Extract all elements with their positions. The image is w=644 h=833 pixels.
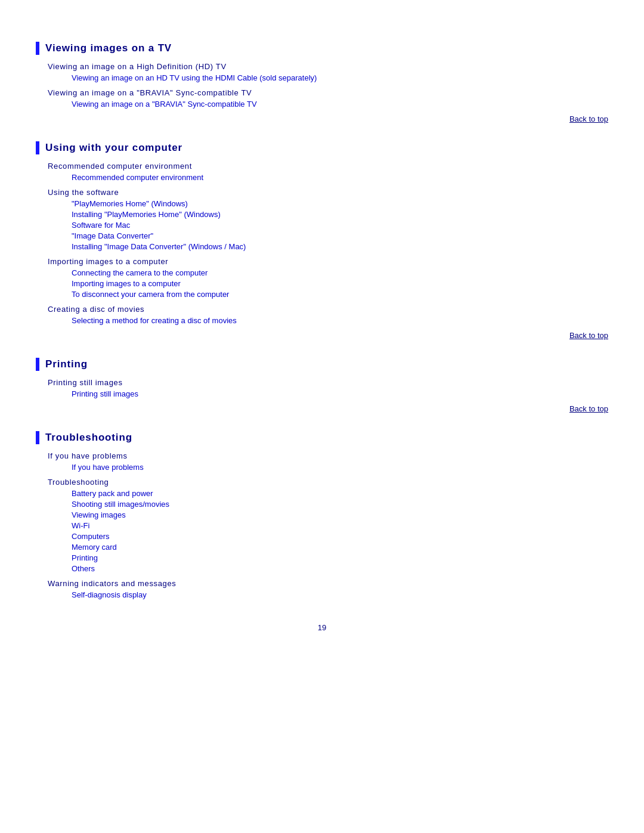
subsection-troubleshooting-2: Warning indicators and messagesSelf-diag… (48, 579, 608, 599)
back-to-top-viewing-tv[interactable]: Back to top (36, 114, 608, 123)
link-printing-0-0[interactable]: Printing still images (72, 389, 608, 398)
section-troubleshooting: TroubleshootingIf you have problemsIf yo… (36, 431, 608, 599)
subsection-using-computer-0: Recommended computer environmentRecommen… (48, 162, 608, 182)
main-content: Viewing images on a TVViewing an image o… (36, 42, 608, 599)
subsection-troubleshooting-0: If you have problemsIf you have problems (48, 451, 608, 472)
subsection-title-using-computer-2: Importing images to a computer (48, 257, 608, 266)
section-printing: PrintingPrinting still imagesPrinting st… (36, 358, 608, 413)
link-using-computer-3-0[interactable]: Selecting a method for creating a disc o… (72, 316, 608, 325)
section-title-troubleshooting: Troubleshooting (45, 432, 132, 444)
link-viewing-tv-0-0[interactable]: Viewing an image on an HD TV using the H… (72, 73, 608, 82)
section-header-viewing-tv: Viewing images on a TV (36, 42, 608, 55)
link-viewing-tv-1-0[interactable]: Viewing an image on a "BRAVIA" Sync-comp… (72, 100, 608, 109)
subsection-title-printing-0: Printing still images (48, 378, 608, 387)
link-troubleshooting-1-2[interactable]: Viewing images (72, 510, 608, 519)
subsection-viewing-tv-0: Viewing an image on a High Definition (H… (48, 62, 608, 82)
subsection-title-troubleshooting-0: If you have problems (48, 451, 608, 460)
link-using-computer-2-0[interactable]: Connecting the camera to the computer (72, 268, 608, 277)
section-bar-printing (36, 358, 39, 371)
section-header-printing: Printing (36, 358, 608, 371)
subsection-title-troubleshooting-1: Troubleshooting (48, 478, 608, 487)
link-using-computer-1-4[interactable]: Installing "Image Data Converter" (Windo… (72, 242, 608, 251)
section-bar-troubleshooting (36, 431, 39, 444)
back-to-top-printing[interactable]: Back to top (36, 404, 608, 413)
subsection-title-using-computer-0: Recommended computer environment (48, 162, 608, 171)
subsection-troubleshooting-1: TroubleshootingBattery pack and powerSho… (48, 478, 608, 573)
subsection-using-computer-3: Creating a disc of moviesSelecting a met… (48, 305, 608, 325)
subsection-title-using-computer-3: Creating a disc of movies (48, 305, 608, 314)
link-using-computer-1-1[interactable]: Installing "PlayMemories Home" (Windows) (72, 210, 608, 219)
section-title-printing: Printing (45, 358, 88, 370)
section-title-viewing-tv: Viewing images on a TV (45, 42, 172, 54)
link-using-computer-1-3[interactable]: "Image Data Converter" (72, 231, 608, 240)
subsection-title-viewing-tv-1: Viewing an image on a "BRAVIA" Sync-comp… (48, 88, 608, 97)
subsection-title-viewing-tv-0: Viewing an image on a High Definition (H… (48, 62, 608, 71)
subsection-title-using-computer-1: Using the software (48, 188, 608, 197)
section-viewing-tv: Viewing images on a TVViewing an image o… (36, 42, 608, 123)
link-using-computer-0-0[interactable]: Recommended computer environment (72, 173, 608, 182)
subsection-printing-0: Printing still imagesPrinting still imag… (48, 378, 608, 398)
link-using-computer-2-1[interactable]: Importing images to a computer (72, 279, 608, 288)
section-bar-viewing-tv (36, 42, 39, 55)
section-header-using-computer: Using with your computer (36, 141, 608, 154)
back-to-top-using-computer[interactable]: Back to top (36, 331, 608, 340)
link-using-computer-2-2[interactable]: To disconnect your camera from the compu… (72, 290, 608, 299)
link-troubleshooting-2-0[interactable]: Self-diagnosis display (72, 590, 608, 599)
section-bar-using-computer (36, 141, 39, 154)
link-troubleshooting-1-5[interactable]: Memory card (72, 543, 608, 552)
section-using-computer: Using with your computerRecommended comp… (36, 141, 608, 340)
link-troubleshooting-1-4[interactable]: Computers (72, 532, 608, 541)
subsection-viewing-tv-1: Viewing an image on a "BRAVIA" Sync-comp… (48, 88, 608, 109)
link-troubleshooting-1-0[interactable]: Battery pack and power (72, 489, 608, 498)
link-troubleshooting-1-7[interactable]: Others (72, 564, 608, 573)
link-troubleshooting-0-0[interactable]: If you have problems (72, 463, 608, 472)
section-header-troubleshooting: Troubleshooting (36, 431, 608, 444)
link-using-computer-1-0[interactable]: "PlayMemories Home" (Windows) (72, 199, 608, 208)
subsection-title-troubleshooting-2: Warning indicators and messages (48, 579, 608, 588)
subsection-using-computer-1: Using the software"PlayMemories Home" (W… (48, 188, 608, 251)
page-number: 19 (36, 623, 608, 632)
section-title-using-computer: Using with your computer (45, 142, 182, 154)
link-troubleshooting-1-6[interactable]: Printing (72, 553, 608, 562)
link-troubleshooting-1-3[interactable]: Wi-Fi (72, 521, 608, 530)
link-troubleshooting-1-1[interactable]: Shooting still images/movies (72, 500, 608, 509)
link-using-computer-1-2[interactable]: Software for Mac (72, 221, 608, 230)
subsection-using-computer-2: Importing images to a computerConnecting… (48, 257, 608, 299)
